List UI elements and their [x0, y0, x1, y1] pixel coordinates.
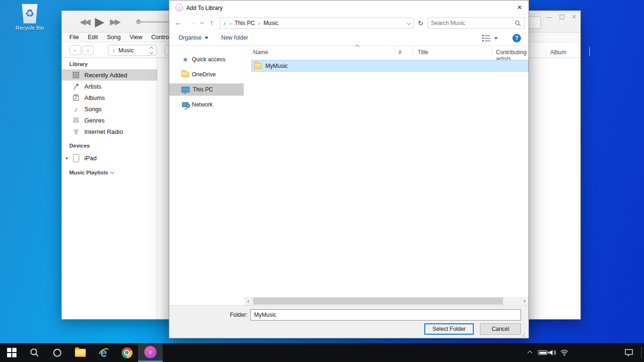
menu-view[interactable]: View [130, 34, 142, 41]
search-input[interactable] [431, 18, 511, 28]
refresh-button[interactable]: ↻ [415, 17, 426, 29]
devices-header: Devices [69, 143, 90, 148]
column-number[interactable]: # [398, 49, 402, 56]
nav-item-network[interactable]: Network [169, 99, 244, 111]
help-button[interactable]: ? [512, 34, 521, 42]
itunes-minimize-button[interactable] [546, 17, 552, 18]
nav-item-onedrive[interactable]: OneDrive [169, 68, 244, 81]
wifi-icon [560, 349, 569, 356]
column-divider [413, 47, 413, 56]
show-hidden-icons-button[interactable] [523, 343, 537, 362]
desktop: ♻ Recycle Bin ◀◀ ▶ ▶▶ × File Edit Song V… [0, 0, 644, 362]
taskbar-search-button[interactable] [24, 343, 45, 362]
folder-name-field[interactable] [250, 309, 521, 321]
column-divider [589, 47, 590, 56]
column-divider [492, 47, 492, 56]
folder-name-input[interactable] [254, 310, 516, 320]
column-name[interactable]: Name [253, 49, 268, 56]
sidebar-item-songs[interactable]: ♪ Songs [62, 103, 157, 115]
dialog-title: Add To Library [186, 5, 223, 11]
column-title[interactable]: Title [418, 49, 428, 56]
search-box[interactable] [428, 17, 525, 29]
album-icon [72, 94, 80, 101]
recycle-bin-label: Recycle Bin [13, 25, 46, 31]
up-button[interactable]: ↑ [210, 18, 214, 26]
chevron-down-icon [110, 170, 114, 173]
internet-explorer-button[interactable]: e [92, 343, 115, 362]
start-button[interactable] [1, 343, 23, 362]
media-type-selector[interactable]: ♪ Music [108, 45, 157, 56]
nav-item-label: This PC [193, 86, 213, 93]
disclosure-icon[interactable]: ▸ [66, 156, 68, 160]
column-album[interactable]: Album [550, 49, 566, 56]
scroll-right-button[interactable]: › [520, 297, 528, 305]
breadcrumb-music[interactable]: Music [264, 20, 278, 26]
scrollbar-thumb[interactable] [253, 297, 503, 304]
action-center-icon [625, 349, 633, 356]
recycle-bin-icon: ♻ [21, 4, 38, 24]
file-row-mymusic[interactable]: MyMusic [251, 60, 528, 72]
recent-locations-dropdown[interactable] [200, 20, 204, 24]
file-explorer-button[interactable] [69, 343, 91, 362]
music-note-icon: ♪ [112, 47, 115, 54]
sidebar-item-ipad[interactable]: ▸ iPad [62, 152, 157, 164]
itunes-back-button[interactable]: ‹ [69, 45, 81, 55]
file-name: MyMusic [265, 63, 288, 69]
menu-file[interactable]: File [69, 34, 79, 41]
nav-item-this-pc[interactable]: This PC [169, 83, 244, 96]
chrome-button[interactable] [116, 343, 138, 362]
scroll-left-button[interactable]: ‹ [244, 297, 252, 305]
resize-grip[interactable] [522, 334, 525, 337]
music-playlists-header[interactable]: Music Playlists [69, 170, 114, 175]
breadcrumb-this-pc[interactable]: This PC [235, 20, 255, 26]
menu-song[interactable]: Song [107, 34, 121, 41]
itunes-close-button[interactable]: × [572, 13, 576, 21]
command-bar: Organise New folder ? [169, 31, 528, 46]
action-center-button[interactable] [620, 343, 637, 362]
nav-item-quick-access[interactable]: ★ Quick access [169, 53, 244, 66]
new-folder-button[interactable]: New folder [221, 34, 248, 41]
close-icon: × [517, 3, 522, 12]
sidebar-item-label: Genres [84, 117, 105, 124]
forward-button: → [189, 18, 196, 26]
minimize-icon [546, 17, 552, 18]
address-bar[interactable]: ♪ › This PC › Music [220, 17, 413, 29]
organise-button[interactable]: Organise [179, 34, 208, 41]
recycle-bin-shortcut[interactable]: ♻ Recycle Bin [13, 4, 46, 31]
fast-forward-button[interactable]: ▶▶ [110, 18, 119, 26]
microphone-icon [72, 83, 80, 90]
menu-edit[interactable]: Edit [88, 34, 98, 41]
cortana-button[interactable] [46, 343, 68, 362]
dialog-nav-pane: ★ Quick access OneDrive This PC Network [169, 46, 244, 296]
sidebar-item-label: Recently Added [84, 72, 127, 79]
horizontal-scrollbar[interactable]: ‹ › [244, 297, 528, 305]
play-button[interactable]: ▶ [95, 16, 104, 28]
sidebar-item-label: Internet Radio [84, 128, 123, 135]
back-button[interactable]: ← [175, 18, 182, 26]
sidebar-item-artists[interactable]: Artists [62, 81, 157, 92]
note-icon: ♪ [72, 105, 80, 113]
antenna-icon [72, 128, 80, 135]
music-note-icon: ♪ [178, 5, 181, 10]
address-dropdown-icon[interactable] [407, 21, 411, 25]
wifi-tray-icon[interactable] [557, 343, 571, 362]
maximize-icon [560, 15, 564, 19]
view-selector-button[interactable] [482, 35, 498, 41]
sidebar-item-recently-added[interactable]: Recently Added [62, 69, 157, 81]
start-icon [7, 348, 17, 357]
sidebar-item-label: Songs [84, 106, 102, 113]
dialog-close-button[interactable]: × [512, 1, 528, 14]
sidebar-item-internet-radio[interactable]: Internet Radio [62, 126, 157, 137]
show-desktop-button[interactable] [641, 347, 642, 358]
select-folder-button[interactable]: Select Folder [424, 323, 474, 335]
itunes-maximize-button[interactable] [560, 15, 564, 19]
cancel-button[interactable]: Cancel [480, 323, 521, 335]
itunes-taskbar-button[interactable]: ♪ [138, 343, 163, 362]
rewind-button[interactable]: ◀◀ [80, 18, 89, 26]
playback-controls: ◀◀ ▶ ▶▶ [80, 15, 119, 29]
itunes-app-icon: ♪ [175, 4, 183, 11]
sidebar-item-genres[interactable]: Genres [62, 115, 157, 126]
sidebar-item-albums[interactable]: Albums [62, 92, 157, 103]
dropdown-icon [494, 37, 498, 40]
itunes-forward-button[interactable]: › [82, 45, 94, 55]
